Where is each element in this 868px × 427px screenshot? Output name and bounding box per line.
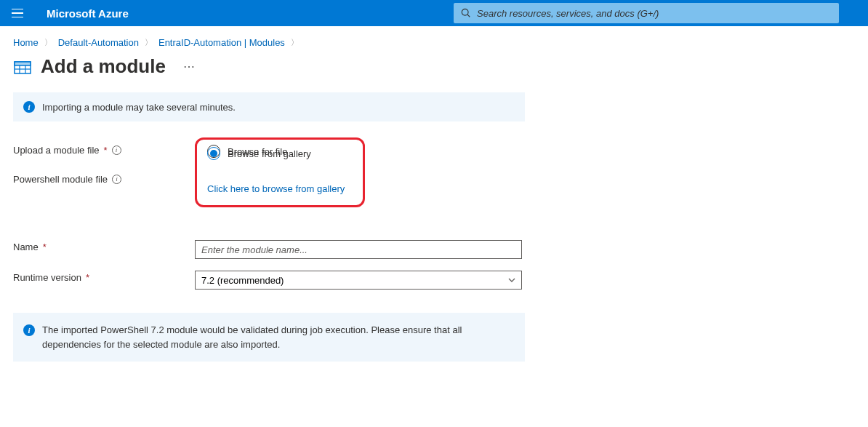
search-icon	[461, 8, 471, 18]
info-icon: i	[23, 324, 35, 336]
brand-label: Microsoft Azure	[47, 7, 129, 20]
highlighted-gallery-box: Browse from gallery Click here to browse…	[195, 137, 365, 207]
info-icon[interactable]: i	[112, 145, 121, 155]
upload-module-label: Upload a module file * i	[13, 143, 195, 156]
chevron-right-icon: 〉	[44, 37, 52, 48]
svg-rect-3	[15, 62, 31, 65]
info-icon[interactable]: i	[112, 175, 121, 184]
svg-line-1	[467, 15, 470, 17]
radio-label: Browse from gallery	[228, 148, 311, 159]
radio-icon-selected	[207, 147, 220, 160]
info-banner-text: Importing a module may take several minu…	[42, 102, 236, 113]
runtime-row: Runtime version * 7.2 (recommended)	[13, 271, 525, 290]
breadcrumb-link-home[interactable]: Home	[13, 37, 39, 48]
chevron-right-icon: 〉	[291, 37, 299, 48]
page-title: Add a module	[41, 55, 166, 78]
breadcrumb-link-default-automation[interactable]: Default-Automation	[58, 37, 139, 48]
more-actions-button[interactable]: ⋯	[183, 60, 196, 73]
info-icon: i	[23, 101, 35, 113]
required-indicator: *	[104, 145, 108, 156]
browse-gallery-link[interactable]: Click here to browse from gallery	[207, 183, 345, 194]
info-banner-text: The imported PowerShell 7.2 module would…	[42, 323, 515, 351]
title-row: Add a module ⋯	[0, 55, 868, 92]
name-label: Name *	[13, 240, 195, 252]
info-banner-bottom: i The imported PowerShell 7.2 module wou…	[13, 313, 525, 362]
breadcrumb: Home 〉 Default-Automation 〉 EntraID-Auto…	[0, 26, 868, 55]
breadcrumb-link-entraid-modules[interactable]: EntraID-Automation | Modules	[158, 37, 285, 48]
svg-point-0	[462, 9, 468, 15]
radio-browse-from-gallery[interactable]: Browse from gallery	[207, 145, 353, 161]
runtime-label: Runtime version *	[13, 271, 195, 283]
ps-module-file-label: Powershell module file i	[13, 172, 195, 185]
search-bar[interactable]	[454, 3, 839, 23]
info-banner-top: i Importing a module may take several mi…	[13, 92, 525, 121]
required-indicator: *	[43, 242, 47, 252]
hamburger-menu-icon[interactable]	[12, 6, 26, 20]
search-input[interactable]	[477, 8, 832, 19]
form-content: i Importing a module may take several mi…	[0, 92, 538, 362]
runtime-version-value: 7.2 (recommended)	[201, 275, 284, 286]
runtime-version-select[interactable]: 7.2 (recommended)	[195, 271, 522, 290]
topbar: Microsoft Azure	[0, 0, 868, 26]
chevron-right-icon: 〉	[145, 37, 153, 48]
required-indicator: *	[86, 272, 89, 283]
name-row: Name *	[13, 240, 525, 259]
module-name-input[interactable]	[195, 240, 522, 259]
module-icon	[13, 57, 32, 76]
